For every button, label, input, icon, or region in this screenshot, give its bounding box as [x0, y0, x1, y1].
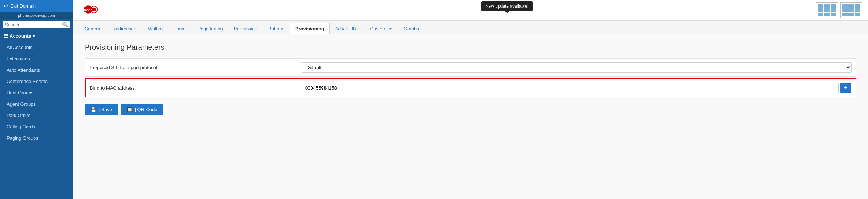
sidebar-item-agent-groups[interactable]: Agent Groups [0, 98, 73, 110]
logo: Patriots [79, 3, 108, 18]
sip-transport-row: Proposed SIP transport protocol Default … [85, 58, 856, 77]
sidebar-items: All Accounts Extensions Auto Attendants … [0, 42, 73, 144]
page-title: Provisioning Parameters [85, 43, 856, 52]
search-bar: 🔍 [3, 21, 70, 28]
tab-registration[interactable]: Registration [192, 23, 228, 34]
save-button[interactable]: 💾 | Save [85, 104, 118, 115]
exit-domain-button[interactable]: ↩ Exit Domain [0, 0, 73, 12]
tab-graphs[interactable]: Graphs [398, 23, 425, 34]
tab-buttons[interactable]: Buttons [263, 23, 290, 34]
grid-icons [816, 2, 862, 18]
tab-action-url[interactable]: Action URL [330, 23, 365, 34]
tab-redirection[interactable]: Redirection [107, 23, 142, 34]
sidebar-item-calling-cards[interactable]: Calling Cards [0, 121, 73, 132]
grid-icon-1[interactable] [816, 2, 838, 18]
action-buttons: 💾 | Save 🔲 | QR-Code [85, 104, 856, 115]
sip-transport-label: Proposed SIP transport protocol [90, 65, 302, 70]
content-area: Provisioning Parameters Proposed SIP tra… [73, 34, 868, 199]
mac-address-label: Bind to MAC address [90, 85, 302, 91]
search-icon[interactable]: 🔍 [62, 22, 68, 27]
main-content: Patriots New update available! General R… [73, 0, 868, 199]
exit-domain-label: Exit Domain [10, 3, 36, 9]
chevron-down-icon: ▾ [33, 33, 35, 39]
topbar: Patriots New update available! [73, 0, 868, 21]
tab-email[interactable]: Email [169, 23, 192, 34]
mac-address-value: + [302, 83, 851, 93]
exit-icon: ↩ [4, 3, 8, 9]
sidebar-item-conference-rooms[interactable]: Conference Rooms [0, 76, 73, 87]
accounts-section-header[interactable]: ☰ Accounts ▾ [0, 30, 73, 42]
tab-mailbox[interactable]: Mailbox [142, 23, 169, 34]
sip-transport-value: Default UDP TCP TLS [302, 62, 852, 73]
accounts-header-label: Accounts [10, 33, 31, 39]
domain-label: phone.pbxnvoip.com [0, 12, 73, 19]
sidebar-item-park-orbits[interactable]: Park Orbits [0, 110, 73, 121]
sidebar-item-all-accounts[interactable]: All Accounts [0, 42, 73, 53]
save-icon: 💾 [91, 107, 96, 112]
sidebar-item-auto-attendants[interactable]: Auto Attendants [0, 64, 73, 76]
svg-point-3 [92, 7, 96, 11]
mac-address-input[interactable] [302, 83, 839, 93]
grid-icon-2[interactable] [840, 2, 862, 18]
tab-provisioning[interactable]: Provisioning [290, 23, 330, 34]
mac-add-button[interactable]: + [840, 83, 851, 93]
tab-permission[interactable]: Permission [228, 23, 263, 34]
sidebar-item-extensions[interactable]: Extensions [0, 53, 73, 64]
sip-transport-select[interactable]: Default UDP TCP TLS [302, 62, 852, 73]
mac-address-row: Bind to MAC address + [85, 78, 856, 97]
notification-bubble: New update available! [481, 1, 533, 11]
sidebar-item-paging-groups[interactable]: Paging Groups [0, 132, 73, 144]
sidebar-item-hunt-groups[interactable]: Hunt Groups [0, 87, 73, 98]
tabs: General Redirection Mailbox Email Regist… [73, 21, 868, 34]
menu-icon: ☰ [4, 33, 8, 39]
tab-general[interactable]: General [79, 23, 107, 34]
tab-customize[interactable]: Customize [365, 23, 398, 34]
search-input[interactable] [5, 22, 62, 27]
qr-code-button[interactable]: 🔲 | QR-Code [121, 104, 163, 115]
qr-code-icon: 🔲 [127, 107, 133, 112]
sidebar: ↩ Exit Domain phone.pbxnvoip.com 🔍 ☰ Acc… [0, 0, 73, 199]
svg-text:Patriots: Patriots [81, 8, 94, 12]
